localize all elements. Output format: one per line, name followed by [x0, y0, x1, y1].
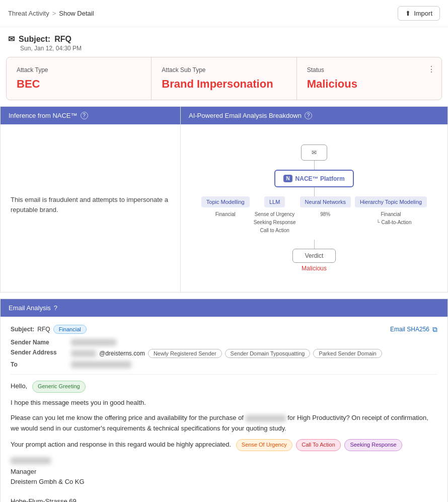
body-line-3: Your prompt action and response in this …	[11, 439, 437, 451]
breadcrumb-parent[interactable]: Threat Activity	[8, 10, 49, 17]
diag-method-llm-label: LLM	[264, 196, 285, 207]
email-analysis-body: Subject: RFQ Financial Email SHA256 ⧉ Se…	[1, 317, 447, 502]
diag-method-topic-label: Topic Modelling	[201, 196, 250, 207]
status-card: Status Malicious ⋮	[297, 57, 441, 100]
product-blurred	[246, 415, 286, 422]
sender-address-row: Sender Address @dreisterns.com Newly Reg…	[11, 349, 437, 358]
diag-method-hierarchy-items: Financial└ Call-to-Action	[370, 210, 412, 227]
diag-method-nn-items: 98%	[320, 210, 330, 219]
status-label: Status	[307, 66, 431, 74]
diag-method-topic-items: Financial	[215, 210, 236, 219]
diag-connector-1	[314, 161, 315, 170]
attack-type-value: BEC	[17, 78, 141, 91]
email-body-divider	[11, 374, 437, 375]
to-value	[71, 361, 131, 368]
ai-panel: AI-Powered Email Analysis Breakdown ? ✉ …	[180, 106, 448, 293]
to-label: To	[11, 361, 71, 368]
tag-sense-urgency: Sense Of Urgency	[236, 439, 292, 451]
attack-type-card: Attack Type BEC	[7, 57, 152, 100]
greeting-line: Hello, Generic Greeting	[11, 381, 437, 393]
email-analysis-help-icon[interactable]: ?	[54, 304, 57, 312]
subject-financial-tag: Financial	[53, 325, 87, 334]
diag-verdict-label: Verdict	[305, 252, 324, 259]
signature-section: Manager Dreistern Gmbh & Co KG Hohe-Flum…	[11, 457, 437, 502]
tag-parked-domain: Parked Sender Domain	[313, 349, 382, 358]
to-blurred	[71, 361, 131, 368]
email-date: Sun, Jan 12, 04:30 PM	[8, 45, 440, 52]
diag-method-topic: Topic Modelling Financial	[201, 196, 250, 219]
diag-verdict-value: Malicious	[302, 265, 327, 272]
diag-method-hierarchy-label: Hierarchy Topic Modeling	[355, 196, 427, 207]
diag-method-llm: LLM Sense of UrgencySeeking ResponseCall…	[254, 196, 296, 235]
diag-connector-2	[314, 187, 315, 196]
diag-email-box: ✉	[301, 145, 327, 161]
to-row: To	[11, 361, 437, 368]
analysis-panels: Inference from NACE™ ? This email is fra…	[0, 106, 448, 293]
diag-nace-label: NACE™ Platform	[295, 175, 345, 182]
sender-address-value: @dreisterns.com Newly Registered Sender …	[71, 349, 382, 358]
ai-panel-title: AI-Powered Email Analysis Breakdown	[189, 112, 302, 119]
diag-method-nn: Neural Networks 98%	[300, 196, 351, 219]
import-icon: ⬆	[405, 10, 411, 17]
envelope-icon: ✉	[8, 34, 15, 44]
diag-connector-3	[314, 240, 315, 249]
sender-name-blurred	[71, 339, 116, 346]
generic-greeting-tag: Generic Greeting	[32, 381, 86, 393]
sig-name-blurred	[11, 457, 51, 464]
sig-address1: Hohe-Flum-Strasse 69	[11, 496, 437, 502]
ai-help-icon[interactable]: ?	[305, 112, 312, 119]
sha-label[interactable]: Email SHA256	[390, 326, 429, 333]
subject-value: RFQ	[54, 35, 71, 44]
copy-icon[interactable]: ⧉	[432, 325, 437, 334]
email-analysis-header: Email Analysis ?	[1, 299, 447, 317]
inference-text: This email is fraudulent and attempts to…	[11, 195, 170, 214]
diag-verdict-box: Verdict	[292, 249, 336, 263]
inference-panel: Inference from NACE™ ? This email is fra…	[0, 106, 180, 293]
attack-sub-type-label: Attack Sub Type	[162, 66, 286, 74]
inference-title: Inference from NACE™	[9, 112, 78, 119]
sig-name	[11, 457, 437, 467]
body-line-1: I hope this message meets you in good he…	[11, 398, 437, 408]
ai-diagram: ✉ N NACE™ Platform Topic Modelling Finan…	[191, 134, 437, 282]
tag-newly-registered: Newly Registered Sender	[148, 349, 222, 358]
import-button[interactable]: ⬆ Import	[398, 6, 440, 21]
sender-ip-blurred	[71, 350, 96, 357]
diag-email-icon: ✉	[312, 149, 317, 156]
sender-name-row: Sender Name	[11, 339, 437, 346]
sender-domain: @dreisterns.com	[99, 350, 145, 357]
subject-meta-value: RFQ	[37, 326, 50, 333]
inference-help-icon[interactable]: ?	[81, 112, 88, 119]
breadcrumb: Threat Activity > Show Detail ⬆ Import	[0, 0, 448, 27]
inference-panel-header: Inference from NACE™ ?	[1, 107, 180, 124]
breadcrumb-separator: >	[52, 10, 56, 17]
ai-panel-header: AI-Powered Email Analysis Breakdown ?	[181, 107, 447, 124]
sender-name-value	[71, 339, 116, 346]
diag-method-llm-items: Sense of UrgencySeeking ResponseCall to …	[254, 210, 296, 235]
breadcrumb-current: Show Detail	[59, 10, 94, 17]
body-line-2: Please can you let me know the offering …	[11, 413, 437, 434]
diag-nace-icon: N	[283, 175, 292, 182]
greeting-text: Hello,	[11, 382, 27, 390]
diag-method-hierarchy: Hierarchy Topic Modeling Financial└ Call…	[355, 196, 427, 227]
card-menu-icon[interactable]: ⋮	[427, 64, 435, 74]
email-analysis-title: Email Analysis	[9, 304, 51, 312]
diag-methods-row: Topic Modelling Financial LLM Sense of U…	[196, 196, 432, 235]
tag-call-to-action: Call To Action	[296, 439, 340, 451]
diag-method-nn-label: Neural Networks	[300, 196, 351, 207]
attack-sub-type-card: Attack Sub Type Brand Impersonation	[152, 57, 296, 100]
email-analysis-section: Email Analysis ? Subject: RFQ Financial …	[0, 299, 448, 502]
sig-company: Dreistern Gmbh & Co KG	[11, 477, 437, 487]
attack-type-label: Attack Type	[17, 66, 141, 74]
email-header: ✉ Subject: RFQ Sun, Jan 12, 04:30 PM	[0, 27, 448, 57]
cards-row: Attack Type BEC Attack Sub Type Brand Im…	[6, 57, 442, 100]
ai-panel-body: ✉ N NACE™ Platform Topic Modelling Finan…	[181, 124, 447, 292]
body-line-3-text: Your prompt action and response in this …	[11, 441, 231, 448]
sig-title: Manager	[11, 467, 437, 477]
diag-nace-box: N NACE™ Platform	[274, 170, 353, 187]
sender-name-label: Sender Name	[11, 339, 71, 346]
tag-seeking-response: Seeking Response	[344, 439, 402, 451]
attack-sub-type-value: Brand Impersonation	[162, 78, 286, 91]
subject-label: Subject:	[19, 35, 50, 44]
subject-meta-label: Subject:	[11, 326, 34, 333]
email-body: Hello, Generic Greeting I hope this mess…	[11, 381, 437, 451]
